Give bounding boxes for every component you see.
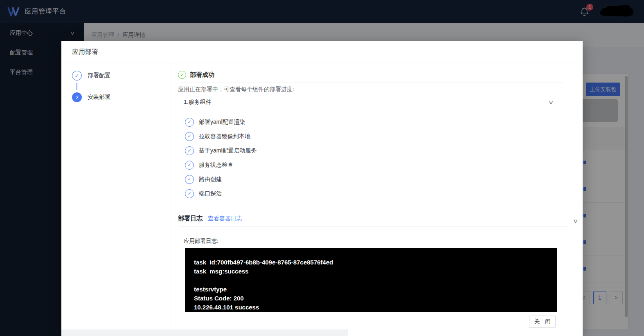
checklist-item: ✓ 路由创建 (185, 172, 564, 186)
checklist-item-label: 服务状态检查 (199, 161, 233, 169)
checklist-item-label: 部署yaml配置渲染 (199, 119, 245, 126)
check-circle-icon: ✓ (185, 175, 194, 184)
console-line (194, 276, 549, 285)
step-connector (77, 83, 77, 90)
checklist-item: ✓ 基于yaml配置启动服务 (185, 143, 564, 158)
steps-panel: ✓ 部署配置 2 安装部署 (61, 63, 171, 336)
checklist-item-label: 端口探活 (199, 190, 222, 197)
console-line: 10.226.48.101 success (194, 303, 549, 312)
checklist-item-label: 拉取容器镜像到本地 (199, 133, 250, 140)
screen: 应用管理平台 1 应用中心 ∨ 配置管理 平台管理 应用管理 / 应用详情 (0, 0, 644, 336)
console-line: task_id:700fb497-6b8b-409e-8765-87ce8576… (194, 258, 549, 267)
console-label: 应用部署日志: (184, 237, 564, 245)
deploy-log-title: 部署日志 (178, 215, 203, 222)
check-circle-icon: ✓ (185, 189, 194, 198)
console-line: task_msg:success (194, 267, 549, 276)
checklist-item: ✓ 部署yaml配置渲染 (185, 115, 564, 129)
check-circle-icon: ✓ (185, 146, 194, 155)
deploy-success-title: 部署成功 (190, 71, 214, 79)
chevron-down-icon[interactable]: ∨ (573, 218, 579, 224)
step-label: 部署配置 (88, 72, 110, 79)
divider (178, 226, 568, 226)
step-label: 安装部署 (88, 94, 110, 101)
step-number-icon: 2 (72, 92, 82, 102)
view-container-log-link[interactable]: 查看容器日志 (208, 215, 242, 222)
close-button[interactable]: 关 闭 (529, 316, 556, 328)
checklist-item: ✓ 端口探活 (185, 186, 564, 201)
progress-panel: 应用正在部署中，可查看每个组件的部署进度: 1.服务组件 ∨ ✓ 部署yaml配… (178, 83, 564, 201)
progress-hint: 应用正在部署中，可查看每个组件的部署进度: (178, 86, 564, 93)
checklist-item: ✓ 拉取容器镜像到本地 (185, 129, 564, 143)
modal-bottom-scroll-track[interactable] (61, 329, 348, 336)
step-done-icon: ✓ (72, 71, 82, 81)
chevron-down-icon[interactable]: ∨ (548, 99, 554, 105)
deploy-checklist: ✓ 部署yaml配置渲染 ✓ 拉取容器镜像到本地 ✓ 基于yaml配 (185, 115, 564, 201)
deploy-success-row: ✓ 部署成功 (178, 71, 564, 79)
component-group-name: 1.服务组件 (184, 99, 212, 106)
console-line: testsrvtype (194, 285, 549, 294)
console-line: Status Code: 200 (194, 294, 549, 303)
modal-title: 应用部署 (61, 41, 583, 63)
deploy-log-header: 部署日志 查看容器日志 ∨ (178, 215, 564, 222)
step-install-deploy: 2 安装部署 (72, 92, 171, 102)
deploy-log-console: task_id:700fb497-6b8b-409e-8765-87ce8576… (185, 248, 557, 312)
checklist-item-label: 基于yaml配置启动服务 (199, 147, 257, 155)
checklist-item-label: 路由创建 (199, 176, 222, 183)
step-deploy-config: ✓ 部署配置 (72, 71, 171, 81)
checklist-item: ✓ 服务状态检查 (185, 158, 564, 172)
deploy-result-panel: ✓ 部署成功 应用正在部署中，可查看每个组件的部署进度: 1.服务组件 ∨ ✓ (171, 63, 583, 336)
check-circle-icon: ✓ (185, 118, 194, 127)
success-check-icon: ✓ (178, 71, 186, 79)
deploy-modal: 应用部署 ✓ 部署配置 2 安装部署 ✓ 部署成功 应用正在 (61, 41, 583, 336)
check-circle-icon: ✓ (185, 161, 194, 170)
component-group-row[interactable]: 1.服务组件 ∨ (178, 99, 564, 106)
check-circle-icon: ✓ (185, 132, 194, 141)
